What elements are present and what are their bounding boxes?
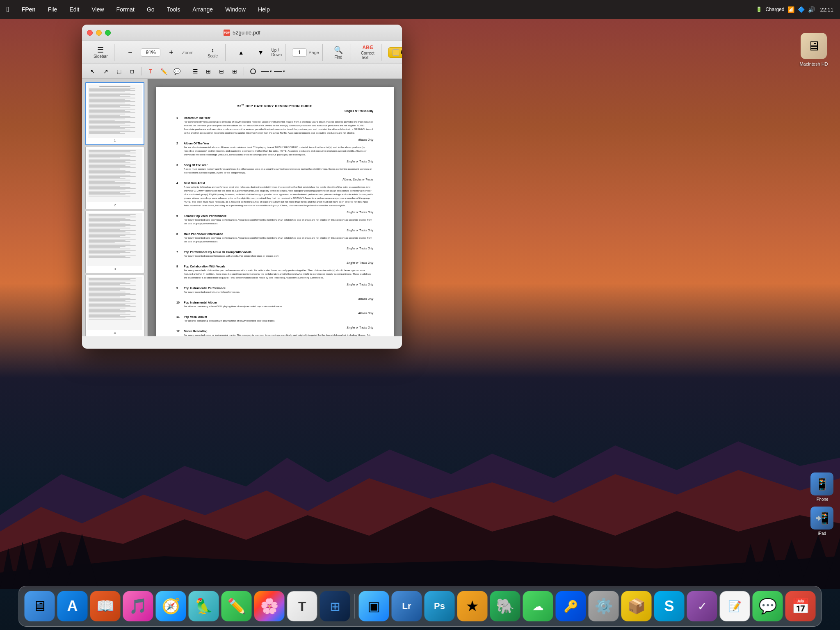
sidebar-thumb-4[interactable]: 4	[85, 275, 144, 336]
speech-bubble-btn[interactable]: 💬	[171, 66, 183, 77]
sidebar[interactable]: 1	[82, 79, 148, 336]
highlight-tool-btn[interactable]: ✏️	[158, 66, 169, 77]
dock-icon-skype[interactable]: S	[654, 591, 685, 621]
sidebar-thumb-3[interactable]: 3	[85, 211, 144, 273]
battery-charged-label: Charged	[765, 7, 784, 12]
iphone-icon[interactable]: 📱 iPhone	[810, 472, 833, 502]
dock-icon-screens[interactable]: ▣	[359, 591, 389, 621]
apple-menu[interactable]: 	[7, 5, 9, 14]
line-style-group: ▾	[261, 69, 272, 73]
dock-icon-taskpaper[interactable]: 📝	[720, 591, 750, 621]
pdf-section-7: 7 Pop Performance By A Duo Or Group With…	[176, 251, 373, 258]
markup-btn[interactable]: T	[145, 66, 156, 77]
dock-icon-taska[interactable]: ✓	[687, 591, 717, 621]
scale-btn[interactable]: ↕ Scale	[204, 45, 222, 60]
dock-icon-parrot[interactable]: 🦜	[189, 591, 219, 621]
dock-icon-appstore[interactable]: A	[57, 591, 88, 621]
dock-icon-prizmo[interactable]: 📦	[621, 591, 652, 621]
lasso-btn[interactable]: ◻	[126, 66, 138, 77]
wifi-icon[interactable]: 📶	[788, 6, 794, 13]
dock-icon-fantastical[interactable]: 📅	[785, 591, 816, 621]
parrot-icon: 🦜	[194, 598, 213, 615]
iphone-label: iPhone	[815, 497, 828, 502]
ipad-label: iPad	[818, 531, 826, 536]
dock-icon-itunes[interactable]: 🎵	[123, 591, 153, 621]
menubar-view[interactable]: View	[89, 5, 107, 14]
color-line-btn[interactable]: ▾	[274, 66, 285, 77]
menubar:  FPen File Edit View Format Go Tools Ar…	[0, 0, 840, 19]
menubar-help[interactable]: Help	[256, 5, 272, 14]
dock-icon-lightroom[interactable]: Lr	[392, 591, 422, 621]
find-btn[interactable]: 🔍 Find	[329, 45, 347, 60]
dock-icon-skitch[interactable]: ✏️	[221, 591, 252, 621]
section-11-text: For albums containing at least 51% playi…	[176, 319, 373, 323]
up-btn[interactable]: ▲	[232, 45, 250, 60]
minimize-button[interactable]	[96, 30, 102, 36]
section-10-text: For albums containing at least 51% playi…	[176, 305, 373, 308]
dock-icon-sysprefs[interactable]: ⚙️	[589, 591, 619, 621]
zoom-in-btn[interactable]: +	[162, 45, 180, 60]
sidebar-thumb-1[interactable]: 1	[85, 82, 144, 145]
menubar-file[interactable]: File	[46, 5, 60, 14]
pointer-tool-btn[interactable]: ↗	[100, 66, 112, 77]
menubar-go[interactable]: Go	[144, 5, 157, 14]
updown-label: Up / Down	[272, 48, 282, 57]
dock-icon-photos[interactable]: 🌸	[254, 591, 285, 621]
menubar-format[interactable]: Format	[114, 5, 137, 14]
dock-icon-textedit[interactable]: T	[287, 591, 317, 621]
zoom-out-btn[interactable]: −	[121, 45, 139, 60]
battery-icon[interactable]: 🔋	[756, 7, 762, 12]
line-icon	[261, 71, 269, 72]
menubar-tools[interactable]: Tools	[164, 5, 183, 14]
correct-text-btn[interactable]: ABC̶ Correct Text	[358, 45, 378, 60]
books-icon: 📖	[96, 598, 114, 615]
volume-icon[interactable]: 🔊	[808, 6, 815, 13]
find-label: Find	[334, 55, 342, 59]
pdf-section-5: 5 Female Pop Vocal Performance For newly…	[176, 215, 373, 226]
menubar-arrange[interactable]: Arrange	[190, 5, 215, 14]
ipad-label-icon[interactable]: 📲 iPad	[810, 507, 833, 536]
line-style-btn[interactable]: ▾	[260, 66, 272, 77]
edit-btn[interactable]: ⊟	[216, 66, 227, 77]
section-3-text: A song must contain melody and lyrics an…	[176, 167, 373, 175]
pointer-icon: ↗	[103, 68, 108, 75]
dock-icon-photoshop[interactable]: Ps	[425, 591, 455, 621]
highlight-btn[interactable]: Highlight	[388, 47, 402, 58]
dock-icon-finder[interactable]: 🖥	[25, 591, 55, 621]
scale-icon: ↕	[211, 47, 214, 53]
dock-icon-safari[interactable]: 🧭	[156, 591, 186, 621]
circle-shape-btn[interactable]	[247, 66, 259, 77]
itunes-icon: 🎵	[129, 598, 147, 615]
down-icon: ▼	[258, 49, 264, 56]
down-btn[interactable]: ▼	[252, 45, 270, 60]
sidebar-icon: ☰	[97, 46, 104, 54]
dock-icon-toolbox[interactable]: ⊞	[320, 591, 350, 621]
menubar-window[interactable]: Window	[223, 5, 248, 14]
thumb-2-img	[87, 149, 142, 202]
grid-btn[interactable]: ⊞	[229, 66, 240, 77]
rect-select-btn[interactable]: ⬚	[113, 66, 125, 77]
select-tool-btn[interactable]: ↖	[87, 66, 98, 77]
pdf-content[interactable]: 52nd OEP CATEGORY DESCRIPTION GUIDE Sing…	[148, 79, 402, 336]
text-btn[interactable]: ⊞	[203, 66, 214, 77]
menubar-app-name[interactable]: FPen	[19, 5, 38, 14]
bluetooth-icon[interactable]: 🔷	[798, 6, 805, 13]
dock-icon-evernote[interactable]: 🐘	[490, 591, 520, 621]
toolbar-zoom-group: − + Zoom	[118, 44, 197, 61]
list-btn[interactable]: ☰	[189, 66, 201, 77]
maximize-button[interactable]	[105, 30, 111, 36]
page-input[interactable]	[292, 48, 307, 57]
dock-icon-backup[interactable]: ☁	[523, 591, 553, 621]
dock-icon-superstar[interactable]: ★	[457, 591, 488, 621]
zoom-input[interactable]	[141, 48, 160, 57]
desktop-icon-mac[interactable]: 🖥 Macintosh HD	[797, 33, 830, 66]
sidebar-btn[interactable]: ☰ Sidebar	[90, 45, 111, 60]
dock-icon-securitysign[interactable]: 🔑	[556, 591, 586, 621]
menubar-edit[interactable]: Edit	[67, 5, 82, 14]
arrow-icon: ↖	[90, 68, 95, 75]
sidebar-thumb-2[interactable]: 2	[85, 147, 144, 209]
close-button[interactable]	[87, 30, 93, 36]
zoom-out-icon: −	[128, 49, 132, 56]
dock-icon-books[interactable]: 📖	[90, 591, 121, 621]
dock-icon-messages[interactable]: 💬	[753, 591, 783, 621]
